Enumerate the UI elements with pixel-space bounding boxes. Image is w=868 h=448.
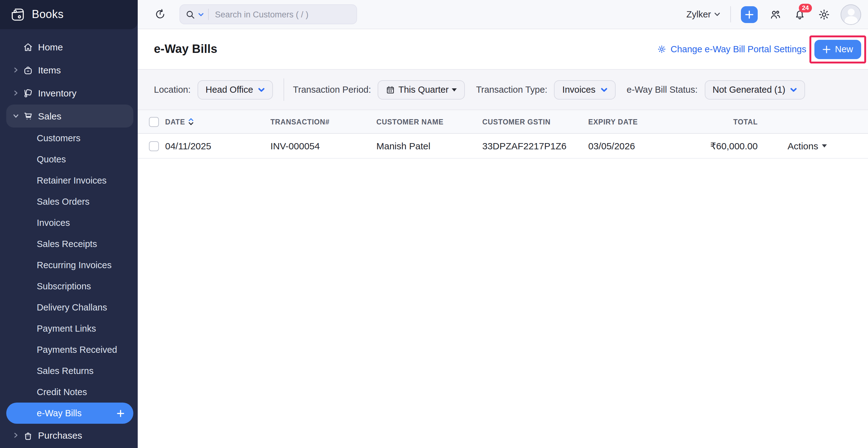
page-title: e-Way Bills — [154, 42, 217, 56]
org-selector[interactable]: Zylker — [686, 9, 720, 19]
sidebar-item-label: Items — [38, 65, 61, 75]
status-label: e-Way Bill Status: — [626, 84, 698, 95]
select-all-checkbox[interactable] — [149, 117, 159, 127]
filter-bar: Location: Head Office Transaction Period… — [138, 69, 868, 110]
chevron-right-icon — [12, 90, 19, 96]
chevron-right-icon — [12, 67, 19, 73]
sidebar-item-eway-bills-active[interactable]: e-Way Bills — [6, 403, 133, 424]
sidebar-item-inventory[interactable]: Inventory — [0, 81, 138, 105]
main-content: e-Way Bills Change e-Way Bill Portal Set… — [138, 29, 868, 448]
new-button-label: New — [835, 44, 853, 54]
page-header-actions: Change e-Way Bill Portal Settings New — [657, 39, 867, 59]
users-icon[interactable] — [769, 8, 782, 21]
column-header-total[interactable]: TOTAL — [694, 118, 758, 125]
org-name: Zylker — [686, 9, 711, 19]
cart-icon — [22, 110, 34, 122]
sub-item-label: Subscriptions — [37, 281, 91, 291]
sub-item-label: Sales Returns — [37, 366, 93, 376]
cell-total: ₹60,000.00 — [694, 140, 758, 151]
sidebar-item-subscriptions[interactable]: Subscriptions — [0, 276, 138, 297]
row-checkbox[interactable] — [149, 141, 159, 151]
sub-item-label: Credit Notes — [37, 387, 87, 397]
location-filter: Location: Head Office — [154, 80, 273, 99]
sidebar-item-home[interactable]: Home — [0, 35, 138, 59]
type-value: Invoices — [562, 84, 595, 95]
sub-item-label: Invoices — [37, 218, 70, 228]
chevron-down-icon — [600, 86, 607, 93]
column-header-date[interactable]: DATE — [165, 118, 271, 125]
sub-item-label: Sales Receipts — [37, 239, 97, 249]
brand-name: Books — [32, 8, 64, 21]
new-button-wrap: New — [814, 39, 861, 59]
quick-create-button[interactable] — [741, 6, 758, 23]
sidebar-item-sales-orders[interactable]: Sales Orders — [0, 191, 138, 212]
chevron-down-icon — [12, 113, 19, 119]
sidebar-item-quotes[interactable]: Quotes — [0, 149, 138, 170]
gear-icon[interactable] — [817, 8, 831, 21]
period-value: This Quarter — [399, 84, 448, 95]
sidebar-item-payment-links[interactable]: Payment Links — [0, 318, 138, 339]
avatar-head — [847, 8, 854, 15]
period-dropdown[interactable]: This Quarter — [378, 80, 465, 99]
status-value: Not Generated (1) — [713, 84, 785, 95]
bell-icon[interactable]: 24 — [793, 8, 806, 21]
type-dropdown[interactable]: Invoices — [554, 80, 615, 99]
status-filter: e-Way Bill Status: Not Generated (1) — [626, 80, 805, 99]
sidebar-nav: Home Items — [0, 29, 138, 447]
plus-icon — [823, 45, 831, 53]
bag-icon — [22, 64, 34, 76]
link-label: Change e-Way Bill Portal Settings — [671, 44, 806, 54]
search-scope-chevron-icon[interactable] — [198, 11, 204, 17]
sub-item-label: Recurring Invoices — [37, 260, 112, 270]
type-filter: Transaction Type: Invoices — [476, 80, 615, 99]
sidebar-item-invoices[interactable]: Invoices — [0, 212, 138, 233]
chevron-down-icon — [790, 86, 797, 93]
location-dropdown[interactable]: Head Office — [197, 80, 273, 99]
sidebar-item-sales-receipts[interactable]: Sales Receipts — [0, 233, 138, 254]
row-actions-button[interactable]: Actions — [784, 140, 831, 152]
caret-down-icon — [452, 88, 457, 91]
gear-icon — [657, 44, 667, 54]
table-header-row: DATE TRANSACTION# CUSTOMER NAME CUSTOMER… — [138, 110, 868, 134]
plus-icon[interactable] — [117, 409, 125, 417]
sidebar-item-payments-received[interactable]: Payments Received — [0, 339, 138, 360]
column-header-customer-name[interactable]: CUSTOMER NAME — [376, 118, 482, 125]
history-icon[interactable] — [154, 8, 166, 21]
sidebar-item-recurring-invoices[interactable]: Recurring Invoices — [0, 254, 138, 276]
cell-date: 04/11/2025 — [165, 141, 271, 151]
change-portal-settings-link[interactable]: Change e-Way Bill Portal Settings — [657, 44, 806, 54]
location-label: Location: — [154, 84, 191, 95]
sub-item-label: Payments Received — [37, 345, 117, 355]
column-header-expiry-date[interactable]: EXPIRY DATE — [588, 118, 694, 125]
brand-logo[interactable]: Books — [0, 0, 138, 29]
column-header-transaction[interactable]: TRANSACTION# — [271, 118, 376, 125]
chevron-down-icon — [258, 86, 265, 93]
sub-item-label: Sales Orders — [37, 197, 89, 207]
sidebar-item-delivery-challans[interactable]: Delivery Challans — [0, 297, 138, 318]
new-button[interactable]: New — [814, 39, 861, 59]
cell-transaction-number[interactable]: INV-000054 — [271, 141, 376, 151]
global-search[interactable] — [180, 4, 357, 24]
sidebar-item-sales-returns[interactable]: Sales Returns — [0, 360, 138, 381]
type-label: Transaction Type: — [476, 84, 548, 95]
sidebar-item-customers[interactable]: Customers — [0, 128, 138, 149]
sidebar-item-label: Inventory — [38, 88, 76, 98]
search-input[interactable] — [214, 9, 351, 20]
sidebar-item-credit-notes[interactable]: Credit Notes — [0, 381, 138, 403]
sub-item-label: Payment Links — [37, 323, 96, 334]
table-row[interactable]: 04/11/2025 INV-000054 Manish Patel 33DPZ… — [138, 134, 868, 159]
status-dropdown[interactable]: Not Generated (1) — [705, 80, 805, 99]
avatar-body — [844, 16, 858, 25]
period-filter: Transaction Period: This Quarter — [293, 80, 465, 99]
search-icon — [185, 9, 196, 20]
sidebar-item-purchases[interactable]: Purchases — [0, 424, 138, 447]
filter-divider — [283, 78, 284, 101]
purchases-bag-icon — [22, 429, 34, 441]
sidebar-item-items[interactable]: Items — [0, 59, 138, 81]
sidebar-item-retainer-invoices[interactable]: Retainer Invoices — [0, 170, 138, 191]
sidebar-item-sales[interactable]: Sales — [6, 105, 133, 128]
avatar[interactable] — [841, 4, 861, 25]
eway-bills-table: DATE TRANSACTION# CUSTOMER NAME CUSTOMER… — [138, 110, 868, 159]
column-header-customer-gstin[interactable]: CUSTOMER GSTIN — [482, 118, 588, 125]
topbar-right: Zylker 24 — [686, 0, 861, 29]
